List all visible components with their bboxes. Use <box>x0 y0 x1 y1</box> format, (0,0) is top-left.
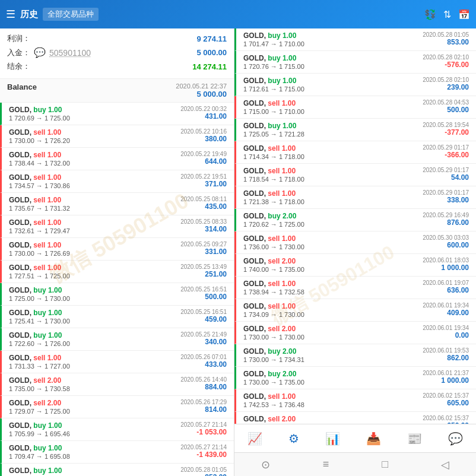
trade-item[interactable]: GOLD, sell 1.00 1 718.54 → 1 718.00 2020… <box>234 164 476 186</box>
news-icon[interactable]: 📰 <box>402 427 427 450</box>
trade-price: 1 701.47 → 1 710.00 <box>243 40 304 47</box>
trade-profit: 54.00 <box>423 173 469 182</box>
trade-item[interactable]: GOLD, sell 1.00 1 730.00 → 1 726.20 2020… <box>0 125 234 148</box>
trade-item[interactable]: GOLD, buy 2.00 1 720.62 → 1 725.00 2020.… <box>234 209 476 231</box>
trade-profit: 600.00 <box>423 241 469 249</box>
menu-icon[interactable]: ☰ <box>6 8 15 21</box>
trade-name: GOLD, sell 1.00 <box>243 280 304 288</box>
trade-name: GOLD, buy 1.00 <box>243 31 304 40</box>
trade-name: GOLD, buy 1.00 <box>9 421 70 430</box>
home-icon[interactable]: ≡ <box>311 456 341 473</box>
trade-item[interactable]: GOLD, sell 1.00 1 742.53 → 1 736.48 2020… <box>234 389 476 412</box>
trade-date: 2020.05.26 07:01 <box>180 354 227 360</box>
trade-profit: 644.00 <box>180 157 227 166</box>
trade-date: 2020.05.25 21:49 <box>180 331 227 338</box>
trade-item[interactable]: GOLD, buy 1.00 1 725.00 → 1 730.00 2020.… <box>0 283 234 306</box>
back-circle-icon[interactable]: ⊙ <box>249 456 282 474</box>
trade-item[interactable]: GOLD, sell 1.00 1 736.00 → 1 730.00 2020… <box>234 231 476 254</box>
trade-item[interactable]: GOLD, sell 2.00 1 729.07 → 1 725.00 2020… <box>0 396 234 418</box>
square-icon[interactable]: □ <box>370 456 400 473</box>
trade-result: 2020.05.29 01:17 338.00 <box>423 189 469 204</box>
trade-result: 2020.06.01 19:34 409.00 <box>423 302 469 317</box>
trade-item[interactable]: GOLD, sell 1.00 1 731.33 → 1 727.00 2020… <box>0 351 234 373</box>
trade-item[interactable]: GOLD, sell 1.00 1 735.67 → 1 731.32 2020… <box>0 193 234 215</box>
trade-item[interactable]: GOLD, sell 1.00 1 727.51 → 1 725.00 2020… <box>0 261 234 283</box>
trade-price: 1 736.00 → 1 730.00 <box>243 243 304 250</box>
back-icon[interactable]: ◁ <box>429 456 461 474</box>
trade-profit: 380.00 <box>180 135 227 143</box>
trade-price: 1 725.41 → 1 730.00 <box>9 318 70 325</box>
header-icons: 💱 ⇅ 📅 <box>424 9 470 20</box>
trade-item[interactable]: GOLD, sell 2.00 1 739.77 → 1 736.52 2020… <box>234 412 476 424</box>
trade-info: GOLD, buy 1.00 1 722.60 → 1 726.00 <box>9 331 70 347</box>
trade-profit: 0.00 <box>423 331 469 339</box>
trade-date: 2020.05.28 19:54 <box>423 122 469 128</box>
trade-name: GOLD, buy 1.00 <box>9 106 70 114</box>
trade-item[interactable]: GOLD, buy 2.00 1 730.00 → 1 734.31 2020.… <box>234 344 476 367</box>
chat-icon[interactable]: 💬 <box>443 427 468 450</box>
trade-item[interactable]: GOLD, sell 1.00 1 738.44 → 1 732.00 2020… <box>0 148 234 170</box>
trade-item[interactable]: GOLD, buy 1.00 1 701.47 → 1 710.00 2020.… <box>0 464 234 476</box>
trade-item[interactable]: GOLD, buy 1.00 1 720.76 → 1 715.00 2020.… <box>234 51 476 74</box>
trade-profit: 876.00 <box>423 218 469 227</box>
trade-name: GOLD, buy 1.00 <box>9 331 70 339</box>
left-trade-list[interactable]: Balance 2020.05.21 22:37 5 000.00 GOLD, … <box>0 79 234 476</box>
trade-profit: 239.00 <box>423 83 469 91</box>
trade-item[interactable]: GOLD, sell 1.00 1 732.61 → 1 729.47 2020… <box>0 215 234 238</box>
sort-icon[interactable]: ⇅ <box>443 9 451 20</box>
trade-name: GOLD, buy 1.00 <box>9 286 70 294</box>
trade-date: 2020.05.26 17:29 <box>180 399 227 405</box>
balance-summary-row: 结余： 14 274.11 <box>7 61 227 72</box>
trade-item[interactable]: GOLD, sell 2.00 1 730.00 → 1 730.00 2020… <box>234 322 476 344</box>
trade-date: 2020.05.29 01:17 <box>423 189 469 196</box>
trade-info: GOLD, sell 1.00 1 738.44 → 1 732.00 <box>9 151 70 167</box>
trend-icon[interactable]: 📈 <box>243 427 267 450</box>
trade-info: GOLD, sell 1.00 1 735.67 → 1 731.32 <box>9 196 70 212</box>
trade-item[interactable]: GOLD, sell 1.00 1 715.00 → 1 710.00 2020… <box>234 96 476 119</box>
trade-profit: -1 053.00 <box>180 428 227 436</box>
trade-item[interactable]: GOLD, sell 1.00 1 721.38 → 1 718.00 2020… <box>234 186 476 209</box>
trade-name: GOLD, sell 1.00 <box>243 302 304 310</box>
trade-profit: 409.00 <box>423 309 469 317</box>
currency-icon[interactable]: 💱 <box>424 9 436 20</box>
trade-item[interactable]: GOLD, buy 1.00 1 720.69 → 1 725.00 2020.… <box>0 103 234 125</box>
trade-name: GOLD, sell 1.00 <box>243 392 304 401</box>
trade-price: 1 735.00 → 1 730.58 <box>9 385 70 392</box>
trade-item[interactable]: GOLD, sell 1.00 1 714.34 → 1 718.00 2020… <box>234 141 476 164</box>
trade-date: 2020.05.28 01:05 <box>423 31 469 38</box>
calendar-icon[interactable]: 📅 <box>458 9 470 20</box>
trade-item[interactable]: GOLD, buy 1.00 1 701.47 → 1 710.00 2020.… <box>234 28 476 51</box>
header-subtitle[interactable]: 全部交易品种 <box>43 8 99 21</box>
trade-item[interactable]: GOLD, buy 1.00 1 722.60 → 1 726.00 2020.… <box>0 328 234 351</box>
inbox-icon[interactable]: 📥 <box>361 427 386 450</box>
trade-result: 2020.05.28 02:10 -576.00 <box>423 54 469 69</box>
trade-price: 1 729.07 → 1 725.00 <box>9 408 70 415</box>
trade-item[interactable]: GOLD, buy 1.00 1 705.99 → 1 695.46 2020.… <box>0 418 234 441</box>
trade-item[interactable]: GOLD, buy 2.00 1 730.00 → 1 735.00 2020.… <box>234 367 476 389</box>
trade-date: 2020.05.25 08:11 <box>180 196 227 202</box>
trade-info: GOLD, sell 1.00 1 742.53 → 1 736.48 <box>243 392 304 408</box>
trade-item[interactable]: GOLD, sell 1.00 1 734.57 → 1 730.86 2020… <box>0 170 234 193</box>
trade-result: 2020.05.27 21:14 -1 053.00 <box>180 421 227 436</box>
trade-item[interactable]: GOLD, buy 1.00 1 709.47 → 1 695.08 2020.… <box>0 441 234 464</box>
trade-info: GOLD, sell 2.00 1 739.77 → 1 736.52 <box>243 415 304 424</box>
trade-item[interactable]: GOLD, sell 1.00 1 730.00 → 1 726.69 2020… <box>0 238 234 261</box>
trade-date: 2020.05.28 02:10 <box>423 77 469 83</box>
trade-item[interactable]: GOLD, sell 2.00 1 740.00 → 1 735.00 2020… <box>234 254 476 277</box>
right-trade-list[interactable]: GOLD, buy 1.00 1 701.47 → 1 710.00 2020.… <box>234 28 476 424</box>
trade-item[interactable]: GOLD, sell 2.00 1 735.00 → 1 730.58 2020… <box>0 373 234 396</box>
settings-icon[interactable]: ⚙ <box>284 427 304 450</box>
trade-name: GOLD, sell 1.00 <box>243 99 304 107</box>
trade-date: 2020.05.22 19:49 <box>180 151 227 157</box>
trade-date: 2020.06.01 19:07 <box>423 280 469 286</box>
trade-item[interactable]: GOLD, buy 1.00 1 712.61 → 1 715.00 2020.… <box>234 74 476 96</box>
trade-result: 2020.05.22 10:16 380.00 <box>180 128 227 143</box>
trade-result: 2020.05.22 00:32 431.00 <box>180 106 227 120</box>
trade-profit: 433.00 <box>180 360 227 369</box>
trade-profit: 884.00 <box>180 383 227 391</box>
chart-icon[interactable]: 📊 <box>320 427 345 450</box>
trade-item[interactable]: GOLD, sell 1.00 1 738.94 → 1 732.58 2020… <box>234 277 476 299</box>
trade-item[interactable]: GOLD, buy 1.00 1 725.05 → 1 721.28 2020.… <box>234 119 476 141</box>
trade-item[interactable]: GOLD, buy 1.00 1 725.41 → 1 730.00 2020.… <box>0 306 234 328</box>
trade-item[interactable]: GOLD, sell 1.00 1 734.09 → 1 730.00 2020… <box>234 299 476 322</box>
